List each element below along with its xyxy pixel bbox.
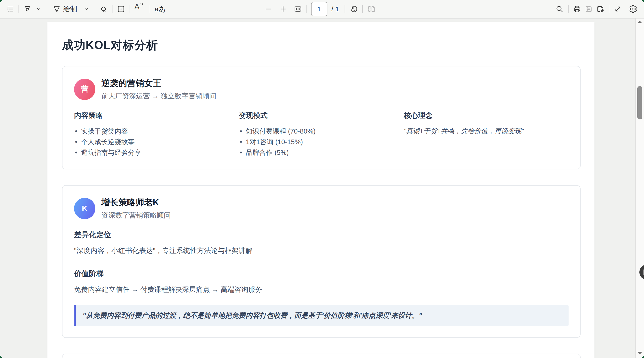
section-body: "深度内容，小红书化表达"，专注系统性方法论与框架讲解	[74, 246, 568, 255]
fullscreen-button[interactable]	[612, 2, 624, 16]
draw-options-button[interactable]	[81, 2, 92, 16]
section-body: 免费内容建立信任 → 付费课程解决深层痛点 → 高端咨询服务	[74, 285, 568, 294]
section-heading: 价值阶梯	[74, 269, 568, 279]
kol-card-1-header: 营 逆袭的营销女王 前大厂资深运营 → 独立数字营销顾问	[74, 78, 568, 101]
chevron-down-icon	[36, 6, 42, 12]
zoom-out-icon	[264, 5, 272, 13]
list-item: 个人成长逆袭故事	[74, 136, 239, 147]
column-heading: 核心理念	[404, 110, 568, 120]
toolbar-right-group	[554, 2, 639, 16]
page-number-input[interactable]	[311, 2, 327, 16]
kol-subtitle: 资深数字营销策略顾问	[101, 210, 171, 220]
kol-name: 逆袭的营销女王	[101, 78, 216, 89]
toolbar-divider	[362, 5, 362, 13]
pdf-page: 成功KOL对标分析 营 逆袭的营销女王 前大厂资深运营 → 独立数字营销顾问	[48, 22, 594, 358]
search-button[interactable]	[554, 2, 565, 16]
chevron-down-icon	[84, 6, 89, 12]
fit-to-width-icon	[294, 5, 302, 13]
kol-card-2: K 增长策略师老K 资深数字营销策略顾问 差异化定位 "深度内容，小红书化表达"…	[62, 185, 580, 338]
eraser-button[interactable]	[98, 2, 109, 16]
toolbar-divider	[568, 5, 568, 13]
toolbar-divider	[130, 5, 130, 13]
table-of-contents-icon	[6, 5, 14, 13]
toolbar-center-group: / 1	[262, 0, 377, 18]
zoom-out-button[interactable]	[262, 2, 274, 16]
two-page-view-icon	[367, 5, 375, 13]
page-total-label: / 1	[331, 5, 339, 13]
read-aloud-letter: A	[134, 2, 139, 11]
draw-label: 绘制	[63, 4, 77, 14]
floating-widget-inner-circle	[642, 268, 644, 276]
list-item: 避坑指南与经验分享	[74, 147, 239, 158]
column-content-strategy: 内容策略 实操干货类内容 个人成长逆袭故事 避坑指南与经验分享	[74, 110, 239, 158]
document-canvas: 成功KOL对标分析 营 逆袭的营销女王 前大厂资深运营 → 独立数字营销顾问	[0, 18, 635, 358]
column-monetization: 变现模式 知识付费课程 (70-80%) 1对1咨询 (10-15%) 品牌合作…	[239, 110, 404, 158]
toolbar-divider	[609, 5, 609, 13]
toolbar-divider	[150, 5, 150, 13]
avatar: 营	[74, 79, 95, 100]
draw-pen-icon	[52, 5, 61, 13]
vertical-scrollbar	[635, 18, 644, 358]
highlighter-icon	[23, 5, 32, 13]
kol-name: 增长策略师老K	[101, 197, 171, 208]
highlighter-button[interactable]	[22, 2, 33, 16]
list-item: 1对1咨询 (10-15%)	[239, 136, 404, 147]
pdf-toolbar: 绘制 A	[0, 0, 644, 18]
translate-label: aあ	[154, 4, 166, 14]
kol-card-3: 灵 小红书增长操盘手·灵姐 MCN签约博主，全案运营顾问	[62, 354, 580, 358]
search-icon	[555, 5, 564, 13]
eraser-icon	[99, 5, 108, 13]
desktop: { "window": { "desktop_corner_color": "#…	[0, 0, 644, 358]
rotate-button[interactable]	[348, 2, 359, 16]
kol-subtitle: 前大厂资深运营 → 独立数字营销顾问	[101, 92, 216, 101]
column-heading: 内容策略	[74, 110, 239, 120]
print-icon	[573, 5, 581, 13]
pull-quote: "从免费内容到付费产品的过渡，绝不是简单地把免费内容打包收费，而是基于'价值阶梯…	[74, 305, 568, 326]
kol-card-1-columns: 内容策略 实操干货类内容 个人成长逆袭故事 避坑指南与经验分享 变现模式	[74, 110, 568, 158]
print-button[interactable]	[571, 2, 583, 16]
list-item: 品牌合作 (5%)	[239, 147, 404, 158]
toolbar-divider	[344, 5, 345, 13]
column-heading: 变现模式	[239, 110, 404, 120]
save-button[interactable]	[583, 2, 594, 16]
toolbar-divider	[18, 5, 19, 13]
save-as-button[interactable]	[594, 2, 606, 16]
page-view-button[interactable]	[366, 2, 377, 16]
toolbar-divider	[112, 5, 112, 13]
list-item: 知识付费课程 (70-80%)	[239, 126, 404, 136]
list-item: 实操干货类内容	[74, 126, 239, 136]
fit-to-width-button[interactable]	[292, 2, 304, 16]
fullscreen-icon	[614, 5, 622, 13]
zoom-in-icon	[279, 5, 287, 13]
table-of-contents-button[interactable]	[4, 2, 16, 16]
avatar: K	[74, 198, 95, 219]
add-text-button[interactable]	[115, 2, 127, 16]
draw-button[interactable]: 绘制	[51, 2, 81, 16]
page-title: 成功KOL对标分析	[62, 38, 580, 53]
scrollbar-down-arrow[interactable]	[637, 352, 642, 354]
rotate-icon	[350, 5, 358, 13]
toolbar-divider	[306, 5, 307, 13]
scrollbar-up-arrow[interactable]	[637, 21, 642, 23]
scrollbar-thumb[interactable]	[637, 86, 642, 120]
add-text-icon	[117, 5, 125, 13]
toolbar-left-group: 绘制 A	[4, 2, 167, 16]
viewer-content: 成功KOL对标分析 营 逆袭的营销女王 前大厂资深运营 → 独立数字营销顾问	[0, 18, 644, 358]
sound-waves-icon	[140, 2, 145, 7]
kol-card-1: 营 逆袭的营销女王 前大厂资深运营 → 独立数字营销顾问 内容策略 实操干货类内…	[62, 66, 580, 170]
zoom-in-button[interactable]	[277, 2, 289, 16]
kol-card-2-header: K 增长策略师老K 资深数字营销策略顾问	[74, 197, 568, 220]
highlighter-options-button[interactable]	[33, 2, 44, 16]
column-core-philosophy: 核心理念 "真诚+干货+共鸣，先给价值，再谈变现"	[404, 110, 568, 158]
settings-button[interactable]	[627, 2, 639, 16]
save-icon	[584, 5, 593, 13]
section-heading: 差异化定位	[74, 230, 568, 240]
pdf-viewer-window: 绘制 A	[0, 0, 644, 358]
settings-gear-icon	[629, 5, 637, 13]
read-aloud-button[interactable]: A	[133, 2, 147, 16]
translate-button[interactable]: aあ	[153, 2, 167, 16]
save-as-icon	[596, 5, 604, 13]
philosophy-quote: "真诚+干货+共鸣，先给价值，再谈变现"	[404, 126, 568, 136]
